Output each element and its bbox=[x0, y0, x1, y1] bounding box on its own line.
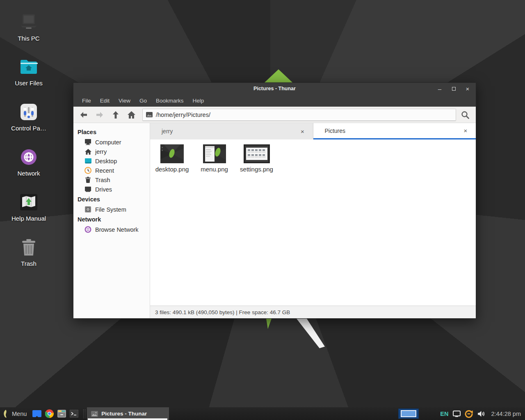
close-button[interactable]: × bbox=[463, 84, 472, 93]
file-manager-launcher[interactable] bbox=[55, 407, 68, 420]
workspace-pager[interactable] bbox=[398, 409, 419, 419]
tab-close-icon[interactable]: × bbox=[298, 127, 307, 136]
chrome-launcher[interactable] bbox=[43, 407, 55, 420]
file-thumbnail-desktop bbox=[160, 144, 184, 163]
thunar-window: Pictures - Thunar – × File Edit View Go … bbox=[73, 82, 476, 319]
desktop-icon-trash[interactable]: Trash bbox=[6, 237, 52, 267]
computer-icon bbox=[84, 139, 91, 146]
trash-small-icon bbox=[84, 176, 91, 183]
tab-pictures[interactable]: Pictures × bbox=[313, 123, 476, 139]
terminal-launcher[interactable] bbox=[68, 407, 80, 420]
sidebar-item-file-system[interactable]: File System bbox=[73, 205, 150, 214]
recent-clock-icon bbox=[84, 167, 91, 174]
sidebar: Places Computer jerry Desktop bbox=[73, 123, 150, 318]
path-text: /home/jerry/Pictures/ bbox=[156, 112, 210, 118]
hard-disk-icon bbox=[84, 206, 91, 213]
maximize-button[interactable] bbox=[450, 84, 458, 93]
sidebar-item-desktop[interactable]: Desktop bbox=[73, 156, 150, 166]
sidebar-item-label: File System bbox=[95, 206, 126, 213]
show-desktop-launcher[interactable] bbox=[31, 407, 43, 420]
menu-bookmarks[interactable]: Bookmarks bbox=[151, 96, 188, 106]
sidebar-item-browse-network[interactable]: Browse Network bbox=[73, 225, 150, 234]
task-image-icon bbox=[91, 411, 98, 417]
tab-bar: jerry × Pictures × bbox=[150, 123, 476, 139]
volume-icon[interactable] bbox=[477, 410, 485, 418]
file-name: desktop.png bbox=[155, 166, 189, 173]
maximize-icon bbox=[452, 87, 456, 91]
sidebar-item-jerry[interactable]: jerry bbox=[73, 147, 150, 156]
desktop-icon-label: Control Pa… bbox=[11, 125, 46, 132]
file-icon-view[interactable]: desktop.png bbox=[150, 139, 476, 306]
sidebar-header-network: Network bbox=[73, 214, 150, 225]
sidebar-item-label: Drives bbox=[95, 186, 112, 193]
display-tray-icon[interactable] bbox=[452, 410, 461, 418]
menu-view[interactable]: View bbox=[114, 96, 135, 106]
sidebar-header-devices: Devices bbox=[73, 194, 150, 205]
system-tray: EN 2:44:28 pm bbox=[440, 410, 525, 418]
window-title: Pictures - Thunar bbox=[73, 86, 476, 91]
file-desktop-png[interactable]: desktop.png bbox=[151, 142, 193, 173]
task-button-label: Pictures - Thunar bbox=[101, 411, 147, 417]
chrome-icon bbox=[45, 409, 54, 418]
sidebar-item-label: Trash bbox=[95, 177, 110, 183]
this-pc-icon bbox=[19, 12, 39, 32]
desktop-folder-icon bbox=[84, 158, 91, 164]
tab-jerry[interactable]: jerry × bbox=[150, 123, 313, 139]
task-button-thunar[interactable]: Pictures - Thunar bbox=[87, 407, 169, 420]
search-icon bbox=[461, 111, 469, 119]
clock[interactable]: 2:44:28 pm bbox=[491, 411, 521, 417]
forward-button[interactable] bbox=[92, 108, 107, 121]
sidebar-item-drives[interactable]: Drives bbox=[73, 185, 150, 194]
tab-close-icon[interactable]: × bbox=[461, 126, 470, 135]
file-menu-png[interactable]: menu.png bbox=[193, 142, 235, 173]
trash-icon bbox=[19, 237, 39, 257]
desktop-icon-label: This PC bbox=[18, 35, 39, 42]
sidebar-item-label: Browse Network bbox=[95, 226, 139, 233]
update-manager-icon[interactable] bbox=[465, 410, 473, 418]
menu-go[interactable]: Go bbox=[135, 96, 151, 106]
network-small-icon bbox=[84, 226, 91, 233]
up-button[interactable] bbox=[108, 108, 123, 121]
desktop-icon-label: Help Manual bbox=[11, 215, 46, 222]
home-button[interactable] bbox=[124, 108, 139, 121]
back-button[interactable] bbox=[76, 108, 91, 121]
desktop-icon-label: Network bbox=[17, 170, 40, 177]
sidebar-item-computer[interactable]: Computer bbox=[73, 137, 150, 147]
terminal-icon bbox=[70, 410, 78, 418]
menubar: File Edit View Go Bookmarks Help bbox=[73, 94, 476, 107]
minimize-button[interactable]: – bbox=[436, 84, 444, 93]
file-name: menu.png bbox=[201, 166, 228, 173]
control-panel-icon bbox=[19, 102, 39, 122]
desktop-icon-network[interactable]: Network bbox=[6, 147, 52, 177]
titlebar[interactable]: Pictures - Thunar – × bbox=[73, 83, 476, 94]
menu-file[interactable]: File bbox=[78, 96, 96, 106]
taskbar-handle bbox=[83, 409, 85, 418]
back-arrow-icon bbox=[80, 112, 88, 118]
sidebar-item-label: Desktop bbox=[95, 158, 117, 164]
network-globe-icon bbox=[19, 147, 39, 167]
user-files-folder-icon bbox=[19, 57, 39, 77]
help-manual-icon bbox=[19, 192, 39, 212]
sidebar-header-places: Places bbox=[73, 127, 150, 137]
menu-help[interactable]: Help bbox=[188, 96, 209, 106]
menu-edit[interactable]: Edit bbox=[96, 96, 114, 106]
file-name: settings.png bbox=[240, 166, 273, 173]
menu-button-label: Menu bbox=[12, 411, 27, 417]
status-bar: 3 files: 490.1 kB (490,050 bytes) | Free… bbox=[150, 306, 476, 318]
desktop-icon-user-files[interactable]: User Files bbox=[6, 57, 52, 87]
file-cabinet-icon bbox=[57, 410, 66, 418]
desktop-icon-help-manual[interactable]: Help Manual bbox=[6, 192, 52, 222]
toolbar: /home/jerry/Pictures/ bbox=[73, 107, 476, 123]
desktop-icon-control-panel[interactable]: Control Pa… bbox=[6, 102, 52, 132]
search-button[interactable] bbox=[457, 108, 473, 121]
desktop-icon-this-pc[interactable]: This PC bbox=[6, 12, 52, 42]
path-field[interactable]: /home/jerry/Pictures/ bbox=[142, 109, 456, 121]
file-settings-png[interactable]: settings.png bbox=[235, 142, 278, 173]
tab-label: Pictures bbox=[325, 128, 461, 134]
home-icon bbox=[84, 148, 91, 155]
sidebar-item-label: Computer bbox=[95, 139, 121, 146]
keyboard-layout-indicator[interactable]: EN bbox=[440, 411, 448, 417]
menu-button[interactable]: Menu bbox=[0, 407, 31, 420]
sidebar-item-trash[interactable]: Trash bbox=[73, 175, 150, 185]
sidebar-item-recent[interactable]: Recent bbox=[73, 166, 150, 175]
